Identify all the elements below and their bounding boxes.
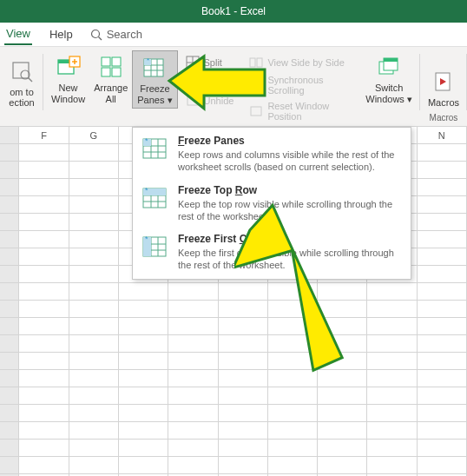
cell[interactable]	[418, 440, 467, 457]
cell[interactable]	[168, 353, 218, 370]
cell[interactable]	[19, 335, 69, 353]
cell[interactable]	[19, 370, 69, 387]
cell[interactable]	[418, 353, 467, 370]
row-header[interactable]	[0, 196, 19, 214]
cell[interactable]	[418, 387, 467, 405]
cell[interactable]	[268, 301, 318, 318]
macros-button[interactable]: Macros	[424, 65, 464, 111]
cell[interactable]	[19, 266, 69, 283]
row-header[interactable]	[0, 440, 19, 457]
cell[interactable]	[268, 283, 318, 301]
cell[interactable]	[69, 353, 119, 370]
cell[interactable]	[168, 335, 218, 353]
cell[interactable]	[19, 301, 69, 318]
row-header[interactable]	[0, 301, 19, 318]
cell[interactable]	[418, 266, 467, 283]
col-header[interactable]: N	[418, 127, 467, 144]
menu-freeze-first-column[interactable]: * Freeze First Column Keep the first col…	[135, 228, 409, 277]
cell[interactable]	[268, 405, 318, 422]
cell[interactable]	[19, 248, 69, 266]
cell[interactable]	[418, 179, 467, 196]
cell[interactable]	[268, 387, 318, 405]
cell[interactable]	[318, 283, 367, 301]
select-all-corner[interactable]	[0, 127, 19, 144]
cell[interactable]	[119, 457, 168, 474]
cell[interactable]	[418, 301, 467, 318]
cell[interactable]	[69, 405, 119, 422]
row-header[interactable]	[0, 370, 19, 387]
cell[interactable]	[19, 283, 69, 301]
cell[interactable]	[219, 457, 268, 474]
cell[interactable]	[268, 335, 318, 353]
freeze-panes-button[interactable]: * Freeze Panes ▾	[132, 50, 177, 109]
cell[interactable]	[418, 144, 467, 162]
view-side-by-side-button[interactable]: View Side by Side	[247, 54, 356, 71]
cell[interactable]	[69, 196, 119, 214]
row-header[interactable]	[0, 335, 19, 353]
cell[interactable]	[19, 162, 69, 179]
cell[interactable]	[367, 283, 417, 301]
split-button[interactable]: Split	[183, 54, 237, 71]
cell[interactable]	[19, 144, 69, 162]
cell[interactable]	[19, 179, 69, 196]
cell[interactable]	[418, 457, 467, 474]
cell[interactable]	[69, 231, 119, 248]
cell[interactable]	[367, 422, 417, 440]
cell[interactable]	[219, 440, 268, 457]
row-header[interactable]	[0, 387, 19, 405]
cell[interactable]	[318, 353, 367, 370]
cell[interactable]	[119, 440, 168, 457]
col-header[interactable]: G	[69, 127, 119, 144]
cell[interactable]	[418, 214, 467, 231]
cell[interactable]	[168, 422, 218, 440]
cell[interactable]	[367, 335, 417, 353]
cell[interactable]	[119, 301, 168, 318]
cell[interactable]	[19, 387, 69, 405]
tab-view[interactable]: View	[4, 23, 32, 45]
cell[interactable]	[69, 248, 119, 266]
cell[interactable]	[219, 318, 268, 335]
cell[interactable]	[318, 457, 367, 474]
cell[interactable]	[19, 440, 69, 457]
cell[interactable]	[219, 301, 268, 318]
cell[interactable]	[69, 335, 119, 353]
cell[interactable]	[168, 387, 218, 405]
row-header[interactable]	[0, 231, 19, 248]
search-box[interactable]: Search	[90, 28, 142, 41]
row-header[interactable]	[0, 214, 19, 231]
cell[interactable]	[367, 353, 417, 370]
cell[interactable]	[69, 440, 119, 457]
cell[interactable]	[367, 457, 417, 474]
cell[interactable]	[69, 318, 119, 335]
unhide-button[interactable]: Unhide	[183, 92, 237, 109]
cell[interactable]	[418, 335, 467, 353]
zoom-to-selection-button[interactable]: om to ection	[3, 55, 40, 111]
cell[interactable]	[119, 405, 168, 422]
row-header[interactable]	[0, 266, 19, 283]
cell[interactable]	[268, 422, 318, 440]
row-header[interactable]	[0, 162, 19, 179]
cell[interactable]	[168, 405, 218, 422]
cell[interactable]	[69, 457, 119, 474]
cell[interactable]	[119, 353, 168, 370]
row-header[interactable]	[0, 353, 19, 370]
cell[interactable]	[367, 387, 417, 405]
cell[interactable]	[219, 387, 268, 405]
cell[interactable]	[19, 214, 69, 231]
cell[interactable]	[69, 422, 119, 440]
cell[interactable]	[418, 422, 467, 440]
cell[interactable]	[418, 162, 467, 179]
cell[interactable]	[268, 370, 318, 387]
cell[interactable]	[418, 196, 467, 214]
cell[interactable]	[69, 179, 119, 196]
col-header[interactable]: F	[19, 127, 69, 144]
cell[interactable]	[19, 196, 69, 214]
cell[interactable]	[19, 405, 69, 422]
row-header[interactable]	[0, 248, 19, 266]
cell[interactable]	[168, 370, 218, 387]
cell[interactable]	[418, 283, 467, 301]
cell[interactable]	[69, 387, 119, 405]
cell[interactable]	[318, 370, 367, 387]
row-header[interactable]	[0, 283, 19, 301]
hide-button[interactable]: Hide	[183, 73, 237, 90]
